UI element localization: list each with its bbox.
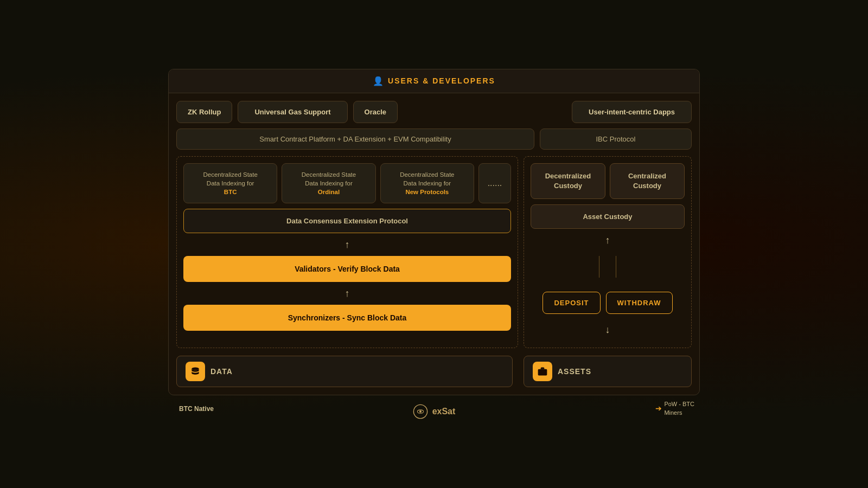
header-title: USERS & DEVELOPERS xyxy=(388,76,495,85)
index-box-dots: ...... xyxy=(478,163,511,203)
bottom-logo: exSat xyxy=(413,404,456,419)
left-connector-line xyxy=(599,256,599,278)
top-row: ZK Rollup Universal Gas Support Oracle U… xyxy=(169,93,699,129)
index-box-ordinal: Decentralized StateData Indexing for Ord… xyxy=(282,163,375,203)
connector-area xyxy=(531,252,685,282)
data-icon-box xyxy=(186,362,205,381)
header-bar: 👤 USERS & DEVELOPERS xyxy=(169,69,699,93)
data-bar: DATA xyxy=(176,356,513,387)
left-panel: Decentralized StateData Indexing for BTC… xyxy=(176,156,518,348)
ibc-protocol-bar: IBC Protocol xyxy=(540,129,692,150)
index-new-line1: Decentralized StateData Indexing for xyxy=(400,171,454,187)
index-new-highlight: New Protocols xyxy=(405,189,449,195)
arrow-up-right: ↑ xyxy=(531,234,685,246)
main-box: 👤 USERS & DEVELOPERS ZK Rollup Universal… xyxy=(168,69,700,395)
index-box-btc: Decentralized StateData Indexing for BTC xyxy=(183,163,277,203)
main-container: 👤 USERS & DEVELOPERS ZK Rollup Universal… xyxy=(168,69,700,419)
exsat-logo-icon xyxy=(413,404,428,419)
arrow-up-2: ↑ xyxy=(183,287,511,299)
right-panel: DecentralizedCustody CentralizedCustody … xyxy=(524,156,692,348)
right-connector-line xyxy=(616,256,616,278)
universal-gas-button[interactable]: Universal Gas Support xyxy=(238,101,347,123)
centralized-custody-box: CentralizedCustody xyxy=(610,163,685,199)
index-btc-line1: Decentralized StateData Indexing for xyxy=(203,171,257,187)
svg-point-2 xyxy=(541,371,543,373)
page-wrapper: exSat Network BTC Native ➔ PoS - BTCStak… xyxy=(168,69,700,419)
data-label: DATA xyxy=(210,367,233,376)
index-ord-highlight: Ordinal xyxy=(318,189,340,195)
deposit-button[interactable]: DEPOSIT xyxy=(542,292,600,314)
assets-bar: ASSETS xyxy=(524,356,692,387)
btn-group-left: ZK Rollup Universal Gas Support Oracle xyxy=(176,101,566,123)
user-intent-dapps-button[interactable]: User-intent-centric Dapps xyxy=(572,101,692,123)
data-icon xyxy=(190,366,201,377)
withdraw-button[interactable]: WITHDRAW xyxy=(606,292,673,314)
assets-label: ASSETS xyxy=(558,367,591,376)
validators-bar: Validators - Verify Block Data xyxy=(183,256,511,282)
exsat-logo-text: exSat xyxy=(432,407,456,416)
btn-group-right: User-intent-centric Dapps xyxy=(572,101,692,123)
inner-panels: Decentralized StateData Indexing for BTC… xyxy=(169,156,699,356)
assets-icon xyxy=(537,366,548,377)
assets-icon-box xyxy=(533,362,552,381)
platform-row: Smart Contract Platform + DA Extension +… xyxy=(169,129,699,156)
svg-point-4 xyxy=(419,410,422,413)
users-icon: 👤 xyxy=(373,76,384,86)
arrow-down-right: ↓ xyxy=(531,324,685,336)
oracle-button[interactable]: Oracle xyxy=(353,101,398,123)
consensus-bar: Data Consensus Extension Protocol xyxy=(183,209,511,233)
platform-bar-left: Smart Contract Platform + DA Extension +… xyxy=(176,129,534,150)
index-box-new-protocols: Decentralized StateData Indexing for New… xyxy=(380,163,474,203)
synchronizers-bar: Synchronizers - Sync Block Data xyxy=(183,305,511,331)
arrow-up-1: ↑ xyxy=(183,239,511,251)
index-ord-line1: Decentralized StateData Indexing for xyxy=(302,171,356,187)
custody-row: DecentralizedCustody CentralizedCustody xyxy=(531,163,685,199)
zk-rollup-button[interactable]: ZK Rollup xyxy=(176,101,232,123)
asset-custody-bar: Asset Custody xyxy=(531,204,685,229)
index-btc-highlight: BTC xyxy=(224,189,237,195)
svg-point-0 xyxy=(192,368,199,370)
index-row: Decentralized StateData Indexing for BTC… xyxy=(183,163,511,203)
decentralized-custody-box: DecentralizedCustody xyxy=(531,163,605,199)
bottom-row: DATA ASSETS xyxy=(169,356,699,395)
deposit-withdraw-row: DEPOSIT WITHDRAW xyxy=(531,287,685,318)
